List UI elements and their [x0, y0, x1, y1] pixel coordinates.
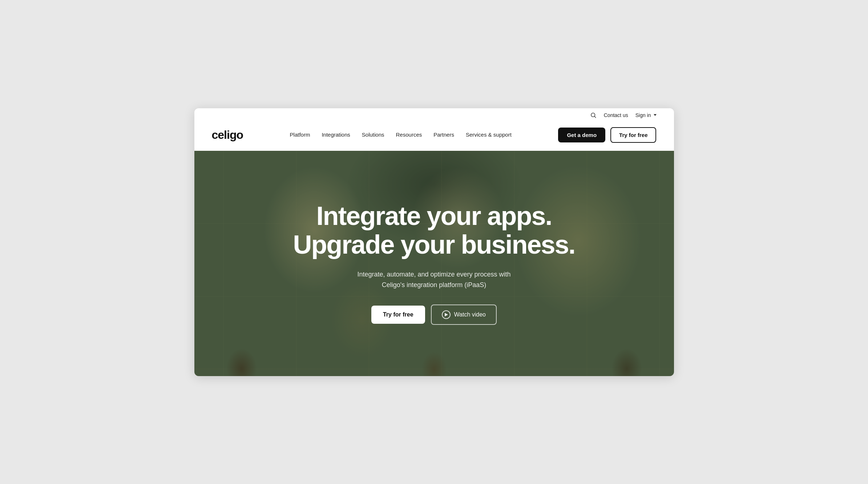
watch-video-label: Watch video — [454, 311, 486, 318]
hero-watch-video-button[interactable]: Watch video — [431, 304, 497, 325]
nav-item-platform[interactable]: Platform — [290, 132, 310, 138]
nav-actions: Get a demo Try for free — [558, 127, 656, 143]
navbar-main: celigo Platform Integrations Solutions R… — [212, 121, 657, 151]
play-icon — [442, 310, 451, 319]
navbar-top: Contact us Sign in — [212, 108, 657, 121]
hero-buttons: Try for free Watch video — [371, 304, 497, 325]
hero-try-free-button[interactable]: Try for free — [371, 306, 425, 324]
svg-line-1 — [594, 116, 596, 117]
nav-links: Platform Integrations Solutions Resource… — [290, 132, 512, 138]
contact-link[interactable]: Contact us — [604, 112, 628, 118]
hero-section: Integrate your apps. Upgrade your busine… — [194, 151, 674, 376]
hero-headline-line2: Upgrade your business. — [293, 230, 575, 259]
hero-subtext: Integrate, automate, and optimize every … — [347, 269, 521, 290]
nav-item-services[interactable]: Services & support — [466, 132, 512, 138]
chevron-down-icon — [654, 114, 657, 116]
svg-point-0 — [591, 113, 595, 117]
nav-item-integrations[interactable]: Integrations — [322, 132, 350, 138]
hero-headline: Integrate your apps. Upgrade your busine… — [293, 202, 575, 259]
search-icon[interactable] — [590, 112, 597, 118]
nav-item-partners[interactable]: Partners — [433, 132, 454, 138]
page-wrapper: Contact us Sign in celigo Platform Integ… — [194, 108, 674, 376]
hero-headline-line1: Integrate your apps. — [316, 201, 552, 230]
hero-content: Integrate your apps. Upgrade your busine… — [194, 151, 674, 376]
try-free-button-nav[interactable]: Try for free — [610, 127, 656, 143]
logo[interactable]: celigo — [212, 128, 243, 142]
play-triangle — [445, 313, 448, 316]
nav-item-solutions[interactable]: Solutions — [362, 132, 384, 138]
signin-link[interactable]: Sign in — [635, 112, 657, 118]
get-demo-button[interactable]: Get a demo — [558, 128, 605, 142]
navbar: Contact us Sign in celigo Platform Integ… — [194, 108, 674, 151]
nav-item-resources[interactable]: Resources — [396, 132, 422, 138]
